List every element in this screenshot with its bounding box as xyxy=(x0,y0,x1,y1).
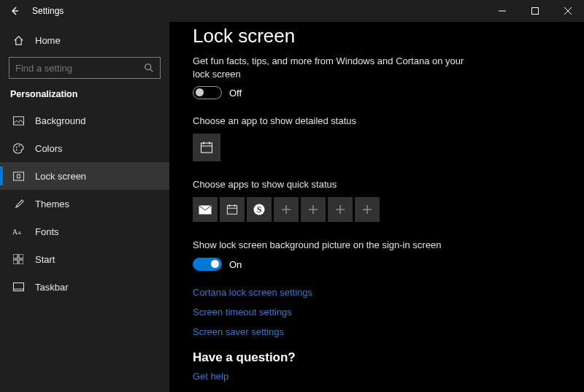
minimize-button[interactable] xyxy=(485,0,518,22)
sidebar-item-label: Lock screen xyxy=(35,171,86,182)
sidebar-item-label: Start xyxy=(35,254,55,265)
svg-rect-16 xyxy=(19,254,23,258)
link-screen-saver[interactable]: Screen saver settings xyxy=(193,326,566,337)
calendar-icon xyxy=(200,141,213,154)
fun-facts-toggle-state: Off xyxy=(229,88,242,99)
sidebar-item-colors[interactable]: Colors xyxy=(0,134,169,162)
detailed-status-label: Choose an app to show detailed status xyxy=(193,115,566,126)
svg-rect-11 xyxy=(13,172,23,180)
svg-point-9 xyxy=(18,145,20,146)
quick-status-slot-calendar[interactable] xyxy=(220,197,245,222)
picture-icon xyxy=(10,116,26,126)
sidebar-item-label: Home xyxy=(35,35,61,46)
svg-rect-32 xyxy=(227,206,237,215)
search-input-wrapper[interactable] xyxy=(9,57,161,79)
detailed-status-app-button[interactable] xyxy=(193,134,220,161)
svg-line-6 xyxy=(150,69,153,72)
question-heading: Have a question? xyxy=(193,350,566,365)
quick-status-slot-add-4[interactable] xyxy=(355,197,380,222)
close-button[interactable] xyxy=(551,0,584,22)
sidebar-item-taskbar[interactable]: Taskbar xyxy=(0,273,169,301)
link-screen-timeout[interactable]: Screen timeout settings xyxy=(193,307,566,318)
quick-status-label: Choose apps to show quick status xyxy=(193,179,566,190)
svg-rect-2 xyxy=(531,8,538,15)
sidebar-item-background[interactable]: Background xyxy=(0,107,169,134)
sidebar-item-label: Background xyxy=(35,115,85,126)
start-grid-icon xyxy=(10,254,26,264)
plus-icon xyxy=(362,204,372,215)
sidebar-item-label: Taskbar xyxy=(35,282,69,293)
sidebar-item-themes[interactable]: Themes xyxy=(0,190,169,218)
quick-status-slot-add-3[interactable] xyxy=(328,197,353,222)
palette-icon xyxy=(10,143,26,154)
lock-screen-icon xyxy=(10,172,26,181)
minimize-icon xyxy=(499,7,506,15)
svg-rect-15 xyxy=(13,254,18,258)
brush-icon xyxy=(10,199,26,210)
home-icon xyxy=(10,35,26,46)
skype-icon: S xyxy=(253,203,266,216)
sidebar-section-label: Personalization xyxy=(0,86,169,107)
link-get-help[interactable]: Get help xyxy=(193,371,566,382)
svg-text:A: A xyxy=(18,230,22,236)
sidebar-item-label: Themes xyxy=(35,199,69,210)
signin-bg-toggle-state: On xyxy=(229,259,242,270)
svg-point-10 xyxy=(15,149,17,150)
sidebar-item-label: Colors xyxy=(35,143,63,154)
search-icon xyxy=(144,63,154,73)
fonts-icon: AA xyxy=(10,226,26,237)
quick-status-slot-add-1[interactable] xyxy=(274,197,299,222)
taskbar-icon xyxy=(10,283,26,291)
signin-bg-label: Show lock screen background picture on t… xyxy=(193,239,566,250)
titlebar: Settings xyxy=(0,0,584,22)
arrow-left-icon xyxy=(9,6,20,16)
fun-facts-toggle[interactable] xyxy=(193,86,222,99)
close-icon xyxy=(564,7,572,15)
search-input[interactable] xyxy=(15,63,144,74)
sidebar-item-home[interactable]: Home xyxy=(0,26,169,54)
svg-rect-21 xyxy=(201,143,212,153)
sidebar-item-lock-screen[interactable]: Lock screen xyxy=(0,162,169,190)
svg-text:A: A xyxy=(12,228,18,236)
signin-bg-toggle[interactable] xyxy=(193,258,222,271)
page-heading: Lock screen xyxy=(193,25,566,47)
calendar-icon xyxy=(226,204,238,215)
svg-rect-19 xyxy=(13,283,23,291)
sidebar-item-start[interactable]: Start xyxy=(0,245,169,273)
svg-rect-17 xyxy=(13,260,18,264)
maximize-icon xyxy=(531,7,539,15)
sidebar-item-label: Fonts xyxy=(35,226,59,237)
quick-status-slot-mail[interactable] xyxy=(193,197,218,222)
plus-icon xyxy=(308,204,318,215)
svg-rect-7 xyxy=(13,116,23,124)
svg-rect-12 xyxy=(17,174,20,178)
svg-point-8 xyxy=(15,146,17,147)
sidebar: Home Personalization Background xyxy=(0,22,169,392)
link-cortana-settings[interactable]: Cortana lock screen settings xyxy=(193,287,566,298)
svg-rect-18 xyxy=(19,260,23,264)
maximize-button[interactable] xyxy=(518,0,551,22)
content-pane[interactable]: Lock screen Get fun facts, tips, and mor… xyxy=(169,22,584,392)
sidebar-item-fonts[interactable]: AA Fonts xyxy=(0,218,169,245)
svg-point-5 xyxy=(145,64,151,70)
fun-facts-description: Get fun facts, tips, and more from Windo… xyxy=(193,55,470,80)
quick-status-slot-skype[interactable]: S xyxy=(247,197,272,222)
back-button[interactable] xyxy=(0,0,29,22)
window-title: Settings xyxy=(29,6,64,16)
plus-icon xyxy=(335,204,345,215)
svg-text:S: S xyxy=(257,204,262,215)
quick-status-slot-add-2[interactable] xyxy=(301,197,326,222)
plus-icon xyxy=(281,204,291,215)
mail-icon xyxy=(199,205,212,215)
